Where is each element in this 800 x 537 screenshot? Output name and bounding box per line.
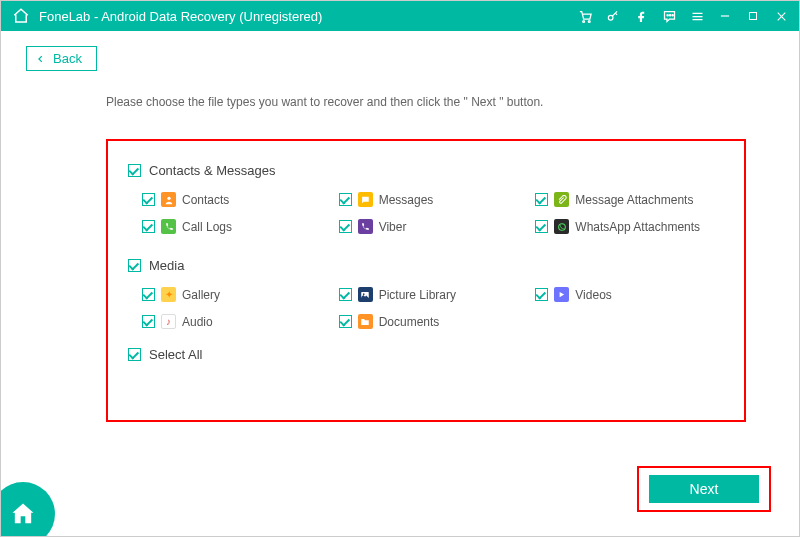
gallery-icon: ✦ (161, 287, 176, 302)
item-label: Message Attachments (575, 193, 693, 207)
svg-point-0 (582, 20, 584, 22)
group-items-contacts: Contacts Messages Message Attachments Ca… (142, 192, 724, 234)
menu-icon[interactable] (689, 8, 705, 24)
item-label: Contacts (182, 193, 229, 207)
svg-point-10 (363, 293, 365, 295)
group-label-media: Media (149, 258, 184, 273)
item-videos[interactable]: Videos (535, 287, 724, 302)
content-area: Back Please choose the file types you wa… (1, 31, 799, 536)
select-all-label: Select All (149, 347, 202, 362)
item-label: Documents (379, 315, 440, 329)
documents-icon (358, 314, 373, 329)
svg-point-8 (558, 223, 565, 230)
audio-icon: ♪ (161, 314, 176, 329)
back-label: Back (53, 51, 82, 66)
next-highlight: Next (637, 466, 771, 512)
item-messages[interactable]: Messages (339, 192, 528, 207)
item-whatsapp-attachments[interactable]: WhatsApp Attachments (535, 219, 724, 234)
group-items-media: ✦ Gallery Picture Library Videos ♪ Audio (142, 287, 724, 329)
back-arrow-icon (35, 52, 47, 66)
facebook-icon[interactable] (633, 8, 649, 24)
close-icon[interactable] (773, 8, 789, 24)
minimize-icon[interactable] (717, 8, 733, 24)
contacts-icon (161, 192, 176, 207)
checkbox-group-media[interactable] (128, 259, 141, 272)
floating-home-button[interactable] (0, 482, 55, 537)
group-label-contacts: Contacts & Messages (149, 163, 275, 178)
titlebar-actions (577, 8, 789, 24)
titlebar: FoneLab - Android Data Recovery (Unregis… (1, 1, 799, 31)
svg-point-3 (667, 14, 668, 15)
back-button[interactable]: Back (26, 46, 97, 71)
item-label: Call Logs (182, 220, 232, 234)
home-outline-icon[interactable] (11, 6, 31, 26)
checkbox-videos[interactable] (535, 288, 548, 301)
messages-icon (358, 192, 373, 207)
item-message-attachments[interactable]: Message Attachments (535, 192, 724, 207)
instruction-text: Please choose the file types you want to… (106, 95, 774, 109)
checkbox-contacts[interactable] (142, 193, 155, 206)
svg-point-5 (672, 14, 673, 15)
checkbox-audio[interactable] (142, 315, 155, 328)
viber-icon (358, 219, 373, 234)
videos-icon (554, 287, 569, 302)
svg-point-7 (167, 196, 170, 199)
checkbox-call-logs[interactable] (142, 220, 155, 233)
svg-point-1 (588, 20, 590, 22)
item-contacts[interactable]: Contacts (142, 192, 331, 207)
checkbox-message-attachments[interactable] (535, 193, 548, 206)
item-call-logs[interactable]: Call Logs (142, 219, 331, 234)
feedback-icon[interactable] (661, 8, 677, 24)
item-label: Audio (182, 315, 213, 329)
group-header-contacts[interactable]: Contacts & Messages (128, 163, 724, 178)
message-attachments-icon (554, 192, 569, 207)
select-all-row[interactable]: Select All (128, 347, 724, 362)
maximize-icon[interactable] (745, 8, 761, 24)
next-button[interactable]: Next (649, 475, 759, 503)
checkbox-documents[interactable] (339, 315, 352, 328)
item-label: Messages (379, 193, 434, 207)
item-label: Videos (575, 288, 611, 302)
window-title: FoneLab - Android Data Recovery (Unregis… (39, 9, 577, 24)
svg-point-2 (608, 15, 613, 20)
checkbox-messages[interactable] (339, 193, 352, 206)
item-audio[interactable]: ♪ Audio (142, 314, 331, 329)
group-header-media[interactable]: Media (128, 258, 724, 273)
item-label: Picture Library (379, 288, 456, 302)
checkbox-gallery[interactable] (142, 288, 155, 301)
item-label: WhatsApp Attachments (575, 220, 700, 234)
whatsapp-attachments-icon (554, 219, 569, 234)
call-logs-icon (161, 219, 176, 234)
cart-icon[interactable] (577, 8, 593, 24)
checkbox-picture-library[interactable] (339, 288, 352, 301)
checkbox-whatsapp-attachments[interactable] (535, 220, 548, 233)
item-viber[interactable]: Viber (339, 219, 528, 234)
item-label: Gallery (182, 288, 220, 302)
item-picture-library[interactable]: Picture Library (339, 287, 528, 302)
file-type-selection: Contacts & Messages Contacts Messages Me… (106, 139, 746, 422)
key-icon[interactable] (605, 8, 621, 24)
item-gallery[interactable]: ✦ Gallery (142, 287, 331, 302)
svg-point-4 (669, 14, 670, 15)
svg-rect-6 (750, 13, 757, 20)
item-documents[interactable]: Documents (339, 314, 528, 329)
home-icon (9, 500, 37, 528)
checkbox-group-contacts[interactable] (128, 164, 141, 177)
picture-library-icon (358, 287, 373, 302)
item-label: Viber (379, 220, 407, 234)
checkbox-select-all[interactable] (128, 348, 141, 361)
checkbox-viber[interactable] (339, 220, 352, 233)
